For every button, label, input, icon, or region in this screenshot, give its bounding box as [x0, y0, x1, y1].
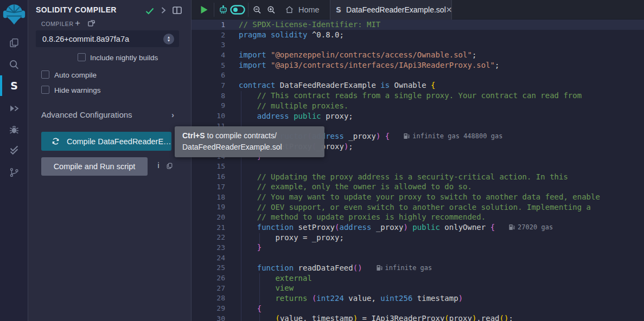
code-text: function setProxy(address _proxy) public…	[225, 223, 553, 232]
info-icon[interactable]: i	[155, 161, 162, 170]
line-number[interactable]: 5	[192, 61, 225, 69]
line-number[interactable]: 28	[192, 294, 225, 302]
line-number[interactable]: 15	[192, 162, 225, 170]
code-line[interactable]: 3	[192, 40, 644, 50]
remix-logo-icon[interactable]	[2, 2, 26, 25]
code-line[interactable]: 19 // OEV support, or even switch to ano…	[192, 202, 644, 212]
code-line[interactable]: 4import "@openzeppelin/contracts/access/…	[192, 50, 644, 60]
line-number[interactable]: 20	[192, 213, 225, 221]
copy-icon[interactable]	[166, 162, 173, 172]
code-line[interactable]: 21 function setProxy(address _proxy) pub…	[192, 222, 644, 233]
tooltip-text: to compile contracts/	[205, 131, 277, 140]
zoom-out-icon[interactable]	[252, 0, 262, 20]
code-line[interactable]: 29 {	[192, 303, 644, 313]
line-number[interactable]: 22	[192, 233, 225, 241]
search-icon[interactable]	[0, 54, 28, 75]
ai-toggle-switch[interactable]	[230, 0, 245, 20]
solidity-compiler-icon[interactable]: S	[0, 75, 28, 97]
line-number[interactable]: 1	[192, 21, 225, 29]
code-line[interactable]: 9 // multiple proxies.	[192, 101, 644, 111]
include-nightly-checkbox[interactable]	[78, 53, 86, 61]
unit-testing-icon[interactable]	[0, 139, 28, 161]
home-label: Home	[298, 5, 320, 14]
reload-compiler-icon[interactable]	[87, 20, 95, 30]
compile-and-run-button[interactable]: Compile and Run script	[41, 157, 148, 176]
line-number[interactable]: 25	[192, 264, 225, 272]
line-number[interactable]: 17	[192, 183, 225, 191]
code-line[interactable]: 8 // This contract reads from a single p…	[192, 91, 644, 101]
code-line[interactable]: 2pragma solidity ^0.8.0;	[192, 30, 644, 40]
line-number[interactable]: 19	[192, 203, 225, 211]
code-line[interactable]: 1// SPDX-License-Identifier: MIT	[192, 20, 644, 30]
code-text: // example, only the owner is allowed to…	[225, 182, 472, 191]
file-tab-title: DataFeedReaderExample.sol	[346, 5, 446, 14]
indent-guide	[259, 313, 260, 321]
code-text: returns (int224 value, uint256 timestamp…	[225, 294, 463, 303]
line-number[interactable]: 3	[192, 41, 225, 49]
ai-assistant-robot-icon[interactable]	[218, 0, 228, 20]
line-number[interactable]: 29	[192, 304, 225, 312]
gas-pump-icon	[377, 265, 382, 271]
line-number[interactable]: 21	[192, 223, 225, 232]
line-number[interactable]: 16	[192, 172, 225, 181]
line-number[interactable]: 6	[192, 71, 225, 79]
line-number[interactable]: 2	[192, 31, 225, 39]
code-text: }	[225, 243, 262, 252]
tooltip-shortcut: Ctrl+S	[182, 131, 205, 140]
code-text: // You may want to update your proxy to …	[225, 192, 600, 201]
code-text: pragma solidity ^0.8.0;	[225, 30, 344, 39]
compile-button[interactable]: Compile DataFeedReaderE…	[41, 132, 171, 151]
line-number[interactable]: 9	[192, 101, 225, 110]
advanced-configurations-toggle[interactable]: Advanced Configurations	[41, 110, 132, 119]
code-line[interactable]: 20 // method to update proxies is highly…	[192, 212, 644, 222]
git-icon[interactable]	[0, 162, 28, 183]
collapse-chevron-icon[interactable]	[161, 7, 166, 16]
code-text: // multiple proxies.	[225, 101, 348, 110]
debugger-icon[interactable]	[0, 119, 28, 140]
code-text: import "@openzeppelin/contracts/access/O…	[225, 50, 476, 59]
line-number[interactable]: 4	[192, 51, 225, 59]
line-number[interactable]: 18	[192, 193, 225, 201]
code-text: // Updating the proxy address is a secur…	[225, 172, 568, 181]
code-line[interactable]: 25 function readDataFeed()infinite gas	[192, 263, 644, 273]
close-tab-icon[interactable]: ✕	[446, 6, 452, 14]
code-text: // SPDX-License-Identifier: MIT	[225, 20, 380, 29]
code-line[interactable]: 7contract DataFeedReaderExample is Ownab…	[192, 80, 644, 91]
pin-panel-icon[interactable]	[173, 7, 182, 16]
auto-compile-checkbox[interactable]	[41, 70, 49, 79]
code-text: proxy = _proxy;	[225, 233, 344, 242]
code-line[interactable]: 24	[192, 253, 644, 263]
hide-warnings-checkbox[interactable]	[41, 86, 49, 94]
code-line[interactable]: 6	[192, 70, 644, 80]
line-number[interactable]: 27	[192, 284, 225, 292]
code-line[interactable]: 17 // example, only the owner is allowed…	[192, 182, 644, 192]
line-number[interactable]: 30	[192, 314, 225, 321]
code-line[interactable]: 23 }	[192, 242, 644, 253]
line-number[interactable]: 10	[192, 112, 225, 120]
indent-guide	[259, 233, 260, 243]
line-number[interactable]: 23	[192, 243, 225, 252]
code-line[interactable]: 16 // Updating the proxy address is a se…	[192, 171, 644, 182]
deploy-and-run-icon[interactable]	[0, 98, 28, 120]
run-script-play-icon[interactable]	[200, 0, 208, 20]
version-spinner-icon[interactable]: ▲▼	[163, 34, 174, 44]
code-line[interactable]: 18 // You may want to update your proxy …	[192, 192, 644, 202]
gas-pump-icon	[509, 224, 515, 230]
file-explorer-icon[interactable]	[0, 32, 28, 54]
line-number[interactable]: 7	[192, 81, 225, 89]
line-number[interactable]: 24	[192, 254, 225, 262]
add-compiler-icon[interactable]: +	[75, 18, 80, 29]
home-tab[interactable]: Home	[285, 0, 320, 20]
code-line[interactable]: 15	[192, 162, 644, 172]
file-tab-active[interactable]: S DataFeedReaderExample.sol ✕	[330, 0, 452, 20]
gas-estimate-annotation: infinite gas 448800 gas	[404, 132, 502, 140]
compile-button-label: Compile DataFeedReaderE…	[67, 137, 171, 146]
compiler-version-select[interactable]: 0.8.26+commit.8a97fa7a ▲▼	[36, 30, 179, 47]
line-number[interactable]: 8	[192, 92, 225, 100]
line-number[interactable]: 26	[192, 274, 225, 282]
gas-estimate-annotation: 27020 gas	[509, 223, 553, 231]
code-line[interactable]: 10 address public proxy;	[192, 111, 644, 121]
zoom-in-icon[interactable]	[266, 0, 276, 20]
advanced-chevron-icon[interactable]: ›	[171, 110, 174, 119]
code-line[interactable]: 5import "@api3/contracts/interfaces/IApi…	[192, 60, 644, 70]
